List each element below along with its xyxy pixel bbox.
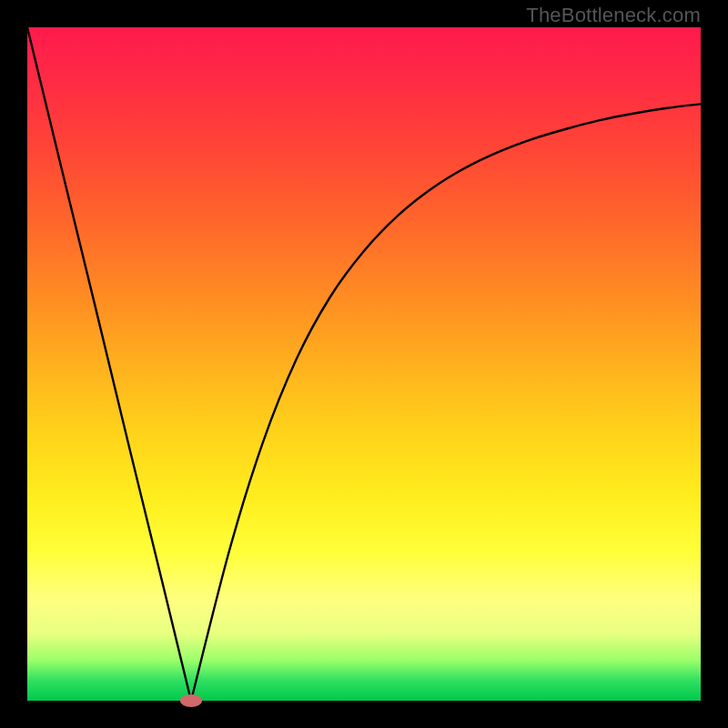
curve-svg [27,27,701,701]
bottleneck-curve [27,27,701,701]
watermark-text: TheBottleneck.com [526,4,701,27]
minimum-marker [180,694,202,707]
chart-frame: TheBottleneck.com [0,0,728,728]
plot-area [27,27,701,701]
